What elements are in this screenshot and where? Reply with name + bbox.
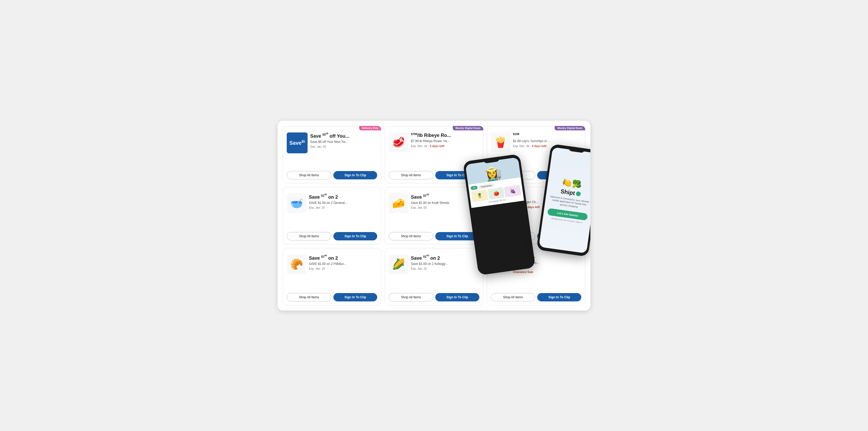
badge-times: 5 times [468,189,480,193]
shop-all-button[interactable]: Shop All Items [389,293,433,301]
coupon-body: 🌽 Save $100 on 2 Save $1.00 on 2 Kellogg… [389,254,479,290]
coupon-actions: Shop All Items Sign In To Clip [287,232,377,240]
coupon-desc: Beverage , Selec... [513,261,581,265]
coupon-exp: Exp. Dec. 26 · 3 days left! [513,145,581,148]
coupon-card: 🥣 Save $100 on 2 SAVE $1.00 on 2 General… [283,187,381,244]
coupon-info: Save $100 Save $1.00 on Kraft Shreds Exp… [411,193,479,209]
coupon-actions: Shop All Items Sign In To Clip [491,232,581,240]
coupon-title: Save $100 on 2 [411,254,479,261]
coupon-title: Save 50% [513,254,581,260]
coupon-card: Delivery Only Save$5 Save $500 off You..… [283,126,381,183]
coupon-exp: Exp. Jan. 02 [310,145,377,148]
coupon-desc: $4.99 Kroger Ch... [513,200,581,205]
coupon-image: 🥩 [389,132,408,152]
coupon-desc: SAVE $1.00 on 2 General... [309,201,377,205]
coupon-image: 🚚 [491,193,510,213]
coupon-actions: Shop All Items Sign In To Clip [491,293,581,301]
shop-all-button[interactable]: Shop All Items [287,171,331,179]
coupon-desc: SAVE $1.00 on 2 Pillsbur... [309,262,377,266]
badge-weekly: Weekly Digital Deals [555,126,585,130]
coupon-card: 🧃 Save 50% Beverage , Selec... Exp. Jan.… [487,248,585,305]
coupon-body: 🥐 Save $100 on 2 SAVE $1.00 on 2 Pillsbu… [287,254,377,290]
coupon-exp: Exp. Jan. 24 [513,266,581,269]
coupon-exp: Exp. Jan. 15 [309,267,377,270]
coupon-body: Save$5 Save $500 off You... Save $5 off … [287,132,377,168]
coupon-body: 🍟 $199 $1.99 Lay's, Sunchips or ... Exp.… [491,132,581,168]
coupon-image: 🥐 [287,254,306,274]
coupon-exp: Exp. Dec. 26 · 3 days left! [411,145,479,148]
badge-weekly: Weekly Digital Deals [453,126,483,130]
coupon-card: 🥐 Save $100 on 2 SAVE $1.00 on 2 Pillsbu… [283,248,381,305]
clearance-label: Clearance Sale [513,270,581,274]
shop-all-button[interactable]: Shop All Items [491,293,535,301]
coupon-desc: Save $5 off Your Next Tw... [310,140,377,144]
coupon-exp: Exp. Jan. 22 [411,267,479,270]
coupon-desc: Save $1.00 on 2 Kellogg'... [411,262,479,266]
coupon-info: $499 $4.99 Kroger Ch... Dec. 26 · 3 days… [513,193,581,209]
coupon-image: 🧀 [389,193,408,213]
coupon-exp: Exp. Jan. 02 [411,206,479,209]
shop-all-button[interactable]: Shop All Items [287,232,331,240]
coupon-exp: Dec. 26 · 3 days left! [513,206,581,209]
sign-in-clip-button[interactable]: Sign In To Clip [333,232,377,240]
coupon-card: Weekly Digital Deals 🍟 $199 $1.99 Lay's,… [487,126,585,183]
coupon-title: Save $100 [411,193,479,200]
coupon-info: Save $100 on 2 SAVE $1.00 on 2 General..… [309,193,377,209]
coupon-image: 🌽 [389,254,408,274]
coupon-image: 🥣 [287,193,306,213]
coupon-body: 🚚 $499 $4.99 Kroger Ch... Dec. 26 · 3 da… [491,193,581,229]
coupon-actions: Shop All Items Sign In To Clip [287,171,377,179]
coupon-title: $799/lb Ribeye Ro... [411,132,479,138]
coupon-actions: Shop All Items Sign In To Clip [389,171,479,179]
shop-all-button[interactable]: Shop All Items [389,232,433,240]
sign-in-clip-button[interactable]: Sign In To Clip [537,232,581,240]
sign-in-clip-button[interactable]: Sign In To Clip [435,232,479,240]
sign-in-clip-button[interactable]: Sign In To Clip [537,293,581,301]
shop-all-button[interactable]: Shop All Items [491,171,535,179]
badge-delivery: Delivery Only [359,126,381,130]
coupon-title: $499 [513,193,581,199]
coupon-info: $199 $1.99 Lay's, Sunchips or ... Exp. D… [513,132,581,148]
sign-in-clip-button[interactable]: Sign In To Clip [435,293,479,301]
coupon-title: Save $100 on 2 [309,193,377,200]
coupon-info: Save $100 on 2 Save $1.00 on 2 Kellogg'.… [411,254,479,270]
coupon-body: 🧀 Save $100 Save $1.00 on Kraft Shreds E… [389,193,479,229]
coupon-card: 🚚 $499 $4.99 Kroger Ch... Dec. 26 · 3 da… [487,187,585,244]
coupon-info: Save 50% Beverage , Selec... Exp. Jan. 2… [513,254,581,274]
coupon-actions: Shop All Items Sign In To Clip [287,293,377,301]
coupon-exp: Exp. Jan. 15 [309,206,377,209]
coupons-grid: Delivery Only Save$5 Save $500 off You..… [283,126,585,305]
coupon-info: $799/lb Ribeye Ro... $7.99 lb Ribeye Roa… [411,132,479,148]
save5-image: Save$5 [287,132,308,153]
coupon-info: Save $500 off You... Save $5 off Your Ne… [310,132,377,148]
sign-in-clip-button[interactable]: Sign In To Clip [435,171,479,179]
coupon-image: 🧃 [491,254,510,274]
coupon-info: Save $100 on 2 SAVE $1.00 on 2 Pillsbur.… [309,254,377,270]
coupon-actions: Shop All Items Sign In To Clip [389,293,479,301]
coupon-desc: Save $1.00 on Kraft Shreds [411,201,479,205]
shop-all-button[interactable]: Shop All Items [389,171,433,179]
coupon-body: 🧃 Save 50% Beverage , Selec... Exp. Jan.… [491,254,581,290]
sign-in-clip-button[interactable]: Sign In To Clip [333,171,377,179]
coupon-title: Save $100 on 2 [309,254,377,261]
coupon-card: Weekly Digital Deals 🥩 $799/lb Ribeye Ro… [385,126,483,183]
coupon-card: 5 times 🧀 Save $100 Save $1.00 on Kraft … [385,187,483,244]
sign-in-clip-button[interactable]: Sign In To Clip [333,293,377,301]
coupon-card: 🌽 Save $100 on 2 Save $1.00 on 2 Kellogg… [385,248,483,305]
shop-all-button[interactable]: Shop All Items [287,293,331,301]
coupon-desc: $1.99 Lay's, Sunchips or ... [513,139,581,144]
coupon-title: $199 [513,132,581,138]
coupon-desc: $7.99 lb Ribeye Roast, Va... [411,139,479,144]
coupon-image: 🍟 [491,132,510,152]
coupon-actions: Shop All Items Sign In To Clip [389,232,479,240]
coupon-body: 🥩 $799/lb Ribeye Ro... $7.99 lb Ribeye R… [389,132,479,168]
coupon-body: 🥣 Save $100 on 2 SAVE $1.00 on 2 General… [287,193,377,229]
shop-all-button[interactable]: Shop All Items [491,232,535,240]
sign-in-clip-button[interactable]: Sign In To Clip [537,171,581,179]
coupon-title: Save $500 off You... [310,132,377,139]
main-container: Delivery Only Save$5 Save $500 off You..… [278,121,590,311]
coupon-actions: Shop All Items Sign In To Clip [491,171,581,179]
